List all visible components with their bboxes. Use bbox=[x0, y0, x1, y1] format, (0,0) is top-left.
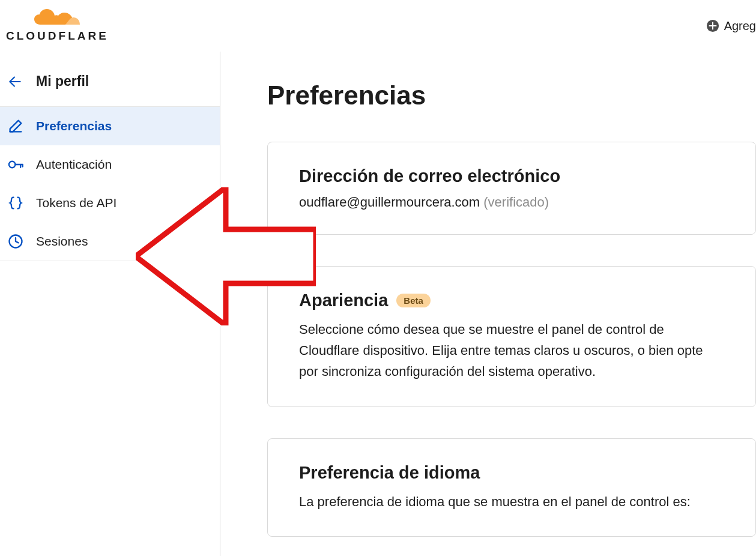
sidebar-item-api-tokens[interactable]: Tokens de API bbox=[0, 184, 220, 222]
sidebar-item-label: Sesiones bbox=[36, 234, 88, 249]
email-verified-label: (verificado) bbox=[483, 195, 549, 210]
clock-icon bbox=[7, 233, 24, 250]
appearance-description: Seleccione cómo desea que se muestre el … bbox=[299, 319, 724, 382]
back-label: Mi perfil bbox=[36, 73, 89, 89]
appearance-title-text: Apariencia bbox=[299, 291, 388, 310]
svg-point-1 bbox=[9, 162, 16, 168]
sidebar-item-authentication[interactable]: Autenticación bbox=[0, 145, 220, 184]
language-card-title: Preferencia de idioma bbox=[299, 463, 724, 483]
sidebar-nav: Preferencias Autenticación Tokens de API bbox=[0, 106, 220, 261]
arrow-left-icon bbox=[7, 74, 23, 89]
main-content: Preferencias Dirección de correo electró… bbox=[220, 52, 756, 556]
email-value-row: oudflare@guillermourcera.com (verificado… bbox=[299, 195, 724, 210]
add-action-label: Agreg bbox=[724, 19, 756, 33]
cloud-icon bbox=[34, 9, 80, 27]
sidebar-item-sessions[interactable]: Sesiones bbox=[0, 222, 220, 261]
key-icon bbox=[7, 156, 24, 173]
sidebar: Mi perfil Preferencias Autenticación bbox=[0, 52, 220, 556]
sidebar-item-preferences[interactable]: Preferencias bbox=[0, 107, 220, 145]
language-description: La preferencia de idioma que se muestra … bbox=[299, 491, 724, 512]
sidebar-item-label: Autenticación bbox=[36, 157, 112, 172]
sidebar-item-label: Preferencias bbox=[36, 119, 112, 133]
brand-text: CLOUDFLARE bbox=[6, 29, 109, 43]
appearance-card-title: Apariencia Beta bbox=[299, 291, 724, 310]
page-title: Preferencias bbox=[267, 80, 756, 110]
sidebar-item-label: Tokens de API bbox=[36, 196, 116, 210]
layout: Mi perfil Preferencias Autenticación bbox=[0, 52, 756, 556]
brand-logo[interactable]: CLOUDFLARE bbox=[6, 9, 109, 43]
appearance-card: Apariencia Beta Seleccione cómo desea qu… bbox=[267, 266, 756, 407]
beta-badge: Beta bbox=[396, 294, 431, 307]
braces-icon bbox=[7, 195, 24, 211]
email-card: Dirección de correo electrónico oudflare… bbox=[267, 142, 756, 235]
header: CLOUDFLARE Agreg bbox=[0, 0, 756, 52]
back-button[interactable]: Mi perfil bbox=[0, 56, 220, 106]
plus-circle-icon bbox=[706, 19, 719, 32]
pencil-icon bbox=[7, 118, 24, 134]
email-value: oudflare@guillermourcera.com bbox=[299, 195, 480, 210]
language-card: Preferencia de idioma La preferencia de … bbox=[267, 438, 756, 537]
email-card-title: Dirección de correo electrónico bbox=[299, 166, 724, 186]
add-action[interactable]: Agreg bbox=[706, 19, 756, 33]
